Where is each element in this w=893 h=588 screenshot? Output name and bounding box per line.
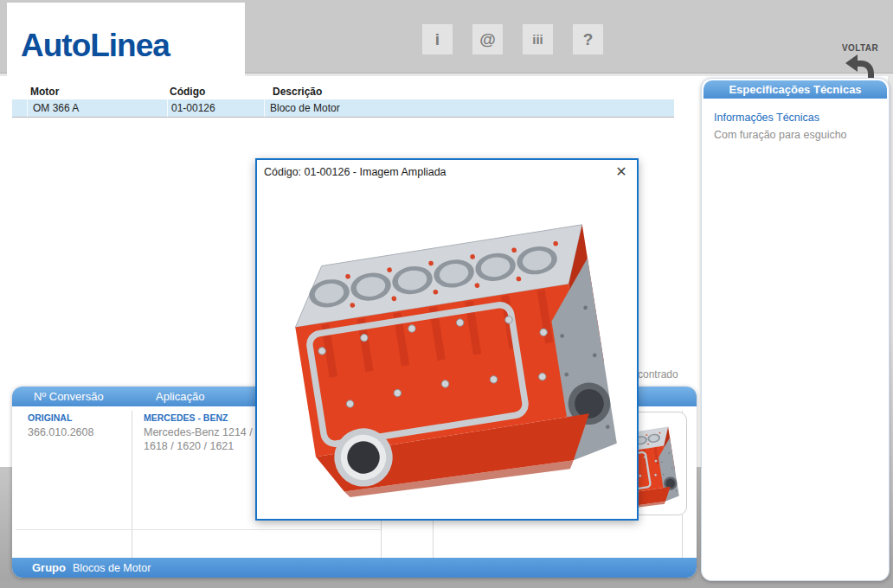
column-header-aplicacao: Aplicação	[156, 390, 204, 403]
logo-box: AutoLinea	[7, 3, 245, 77]
back-icon[interactable]	[845, 54, 876, 80]
table-row[interactable]: OM 366 A 01-00126 Bloco de Motor	[12, 99, 674, 117]
application-line2: 1618 / 1620 / 1621	[144, 440, 234, 452]
image-modal: Código: 01-00126 - Imagem Ampliada ✕	[255, 158, 639, 521]
app-logo: AutoLinea	[7, 16, 170, 64]
cell-motor: OM 366 A	[33, 102, 79, 114]
modal-title: Código: 01-00126 - Imagem Ampliada	[264, 166, 446, 178]
help-icon[interactable]: ?	[573, 24, 603, 54]
application-brand: MERCEDES - BENZ	[144, 412, 228, 423]
technical-info-link[interactable]: Informações Técnicas	[714, 112, 819, 124]
cell-divider	[264, 99, 265, 117]
contact-icon[interactable]: @	[472, 24, 503, 54]
engine-block-image	[267, 184, 627, 508]
cell-divider	[27, 99, 28, 117]
back-button-label: VOLTAR	[832, 43, 888, 53]
cell-descricao: Bloco de Motor	[270, 102, 340, 114]
cell-divider	[167, 99, 168, 117]
column-header-codigo: Código	[170, 86, 205, 98]
application-line1: Mercedes-Benz 1214 / 1	[144, 426, 261, 438]
group-bar: Grupo Blocos de Motor	[12, 558, 697, 578]
group-label: Grupo	[32, 561, 66, 574]
spec-panel: Especificações Técnicas Informações Técn…	[701, 78, 890, 581]
truncated-message: contrado	[638, 368, 678, 380]
column-header-descricao: Descrição	[273, 86, 322, 98]
stats-icon[interactable]: iii	[523, 24, 553, 54]
table-underline	[12, 117, 674, 118]
page-bottom-strip	[0, 581, 893, 588]
spec-note: Com furação para esguicho	[714, 129, 847, 141]
info-icon[interactable]: i	[422, 24, 453, 54]
conversion-number: 366.010.2608	[28, 426, 93, 438]
spec-panel-title: Especificações Técnicas	[703, 80, 887, 99]
column-divider	[132, 411, 132, 558]
column-header-conversao: Nº Conversão	[34, 390, 104, 403]
group-value: Blocos de Motor	[73, 562, 151, 574]
close-icon[interactable]: ✕	[613, 163, 630, 181]
column-header-motor: Motor	[30, 86, 59, 98]
row-divider	[16, 529, 381, 530]
conversion-label: ORIGINAL	[28, 412, 72, 423]
cell-codigo: 01-00126	[171, 102, 215, 114]
